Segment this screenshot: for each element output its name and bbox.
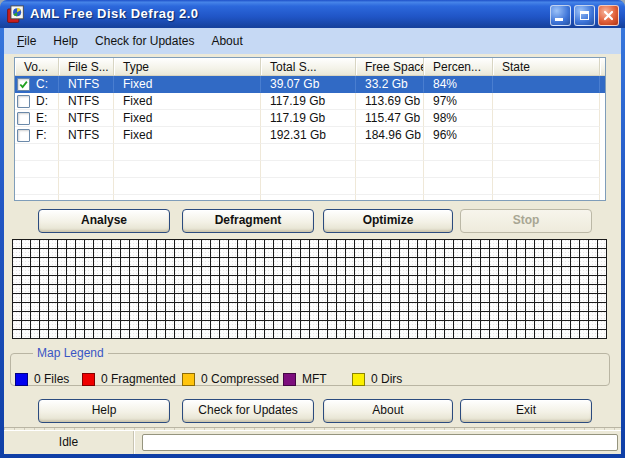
row-cell-type: Fixed — [114, 127, 261, 144]
legend-item-0-fragmented: 0 Fragmented — [82, 372, 176, 386]
volume-label: D: — [36, 93, 48, 109]
optimize-button[interactable]: Optimize — [323, 209, 453, 233]
menu-item-about[interactable]: About — [211, 34, 242, 48]
column-header-file-s[interactable]: File S... — [59, 58, 114, 75]
menu-item-file[interactable]: File — [17, 34, 36, 48]
close-button[interactable] — [598, 5, 619, 26]
row-cell-file-system: NTFS — [59, 93, 114, 110]
legend-label: 0 Fragmented — [101, 372, 176, 386]
column-header-total-s[interactable]: Total S... — [261, 58, 356, 75]
volume-label: C: — [36, 76, 48, 92]
empty-row — [15, 195, 605, 201]
table-row-f[interactable]: F:NTFSFixed192.31 Gb184.96 Gb96% — [15, 127, 605, 144]
row-cell-volume: C: — [15, 76, 59, 93]
row-cell-percent: 98% — [424, 110, 493, 127]
empty-row — [15, 178, 605, 195]
volume-list-body: C:NTFSFixed39.07 Gb33.2 Gb84%D:NTFSFixed… — [15, 76, 605, 201]
menubar: FileHelpCheck for UpdatesAbout — [4, 28, 621, 54]
empty-cell — [114, 144, 261, 161]
row-cell-total-size: 117.19 Gb — [261, 93, 356, 110]
row-cell-file-system: NTFS — [59, 127, 114, 144]
empty-cell — [59, 161, 114, 178]
volume-label: F: — [36, 127, 47, 143]
column-header-state[interactable]: State — [493, 58, 600, 75]
row-cell-total-size: 192.31 Gb — [261, 127, 356, 144]
row-cell-free-space: 113.69 Gb — [356, 93, 424, 110]
empty-cell — [261, 178, 356, 195]
legend-swatch-icon — [15, 373, 28, 386]
column-header-percen[interactable]: Percen... — [424, 58, 493, 75]
empty-cell — [15, 144, 59, 161]
exit-button[interactable]: Exit — [460, 399, 592, 423]
map-legend: Map Legend 0 Files0 Fragmented0 Compress… — [10, 346, 610, 386]
menu-item-check-for-updates[interactable]: Check for Updates — [95, 34, 194, 48]
legend-label: 0 Dirs — [371, 372, 402, 386]
row-cell-percent: 97% — [424, 93, 493, 110]
empty-cell — [261, 161, 356, 178]
row-checkbox[interactable] — [17, 95, 30, 108]
maximize-button[interactable] — [574, 5, 595, 26]
app-icon — [7, 5, 25, 23]
maximize-icon — [580, 11, 589, 20]
empty-cell — [59, 195, 114, 201]
legend-label: 0 Files — [34, 372, 69, 386]
row-cell-type: Fixed — [114, 76, 261, 93]
legend-label: 0 Compressed — [201, 372, 279, 386]
empty-cell — [493, 178, 600, 195]
volume-list[interactable]: Vo...File S...TypeTotal S...Free SpacePe… — [14, 57, 606, 201]
app-window: AML Free Disk Defrag 2.0 FileHelpCheck f… — [0, 0, 625, 458]
table-row-d[interactable]: D:NTFSFixed117.19 Gb113.69 Gb97% — [15, 93, 605, 110]
row-cell-free-space: 184.96 Gb — [356, 127, 424, 144]
row-cell-volume: E: — [15, 110, 59, 127]
legend-item-0-compressed: 0 Compressed — [182, 372, 279, 386]
legend-swatch-icon — [283, 373, 296, 386]
legend-item-mft: MFT — [283, 372, 327, 386]
empty-cell — [59, 144, 114, 161]
row-cell-volume: D: — [15, 93, 59, 110]
empty-cell — [424, 178, 493, 195]
empty-cell — [356, 144, 424, 161]
column-header-vo[interactable]: Vo... — [15, 58, 59, 75]
empty-cell — [356, 161, 424, 178]
row-cell-volume: F: — [15, 127, 59, 144]
analyse-button[interactable]: Analyse — [38, 209, 170, 233]
check-for-updates-button[interactable]: Check for Updates — [182, 399, 314, 423]
table-row-c[interactable]: C:NTFSFixed39.07 Gb33.2 Gb84% — [15, 76, 605, 93]
titlebar[interactable]: AML Free Disk Defrag 2.0 — [0, 0, 625, 28]
row-checkbox-checked[interactable] — [17, 78, 30, 91]
help-button[interactable]: Help — [38, 399, 170, 423]
empty-cell — [15, 178, 59, 195]
row-cell-percent: 84% — [424, 76, 493, 93]
row-checkbox[interactable] — [17, 112, 30, 125]
row-cell-percent: 96% — [424, 127, 493, 144]
empty-cell — [493, 161, 600, 178]
row-cell-type: Fixed — [114, 110, 261, 127]
legend-item-0-files: 0 Files — [15, 372, 69, 386]
table-row-e[interactable]: E:NTFSFixed117.19 Gb115.47 Gb98% — [15, 110, 605, 127]
menu-item-help[interactable]: Help — [53, 34, 78, 48]
empty-cell — [356, 178, 424, 195]
stop-button: Stop — [460, 209, 592, 233]
volume-label: E: — [36, 110, 47, 126]
check-icon — [18, 79, 29, 90]
empty-cell — [424, 161, 493, 178]
row-checkbox[interactable] — [17, 129, 30, 142]
row-cell-state — [493, 76, 600, 93]
minimize-button[interactable] — [550, 5, 571, 26]
legend-swatch-icon — [82, 373, 95, 386]
about-button[interactable]: About — [323, 399, 453, 423]
row-cell-free-space: 115.47 Gb — [356, 110, 424, 127]
column-header-type[interactable]: Type — [114, 58, 261, 75]
empty-cell — [59, 178, 114, 195]
empty-cell — [15, 195, 59, 201]
column-header-free-space[interactable]: Free Space — [356, 58, 424, 75]
empty-cell — [493, 195, 600, 201]
empty-cell — [114, 195, 261, 201]
defragment-button[interactable]: Defragment — [182, 209, 314, 233]
row-cell-state — [493, 93, 600, 110]
row-cell-total-size: 39.07 Gb — [261, 76, 356, 93]
minimize-icon — [555, 18, 563, 21]
map-legend-title: Map Legend — [33, 346, 108, 360]
empty-cell — [114, 161, 261, 178]
legend-swatch-icon — [182, 373, 195, 386]
